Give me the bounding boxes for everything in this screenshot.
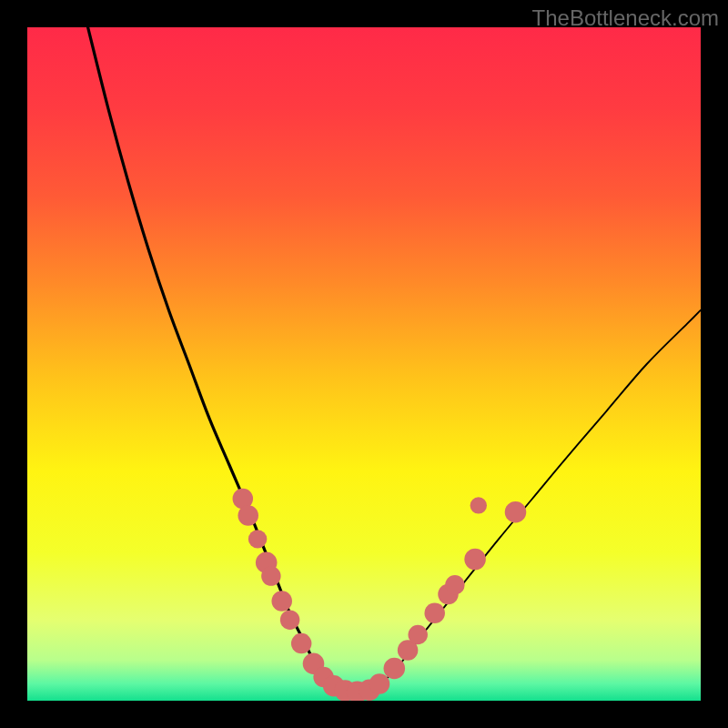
data-marker: [280, 610, 299, 629]
data-marker: [238, 505, 258, 526]
data-marker: [271, 591, 292, 612]
data-marker: [261, 566, 280, 585]
data-marker: [464, 549, 486, 571]
gradient-background: [27, 27, 701, 701]
data-marker: [505, 501, 527, 523]
data-marker: [291, 633, 312, 654]
data-marker: [424, 603, 445, 624]
data-marker: [248, 530, 267, 548]
data-marker: [384, 658, 406, 680]
data-marker: [445, 575, 464, 594]
plot-area: [27, 27, 701, 701]
data-marker: [470, 497, 487, 513]
data-marker: [408, 625, 427, 644]
chart-svg: [27, 27, 701, 701]
chart-frame: TheBottleneck.com: [0, 0, 728, 728]
data-marker: [369, 673, 390, 694]
